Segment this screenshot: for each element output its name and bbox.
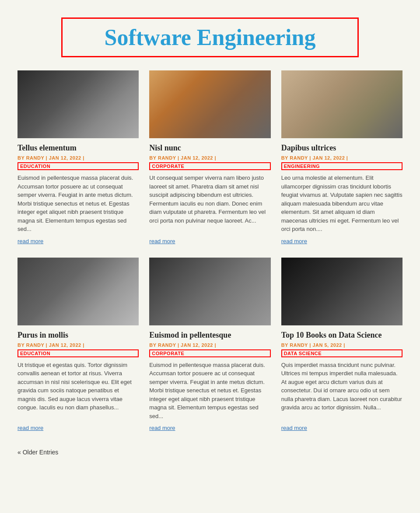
card-category-1[interactable]: EDUCATION — [18, 162, 139, 170]
card-excerpt-6: Quis imperdiet massa tincidunt nunc pulv… — [281, 361, 402, 412]
card-1: Tellus elementum BY RANDY | JAN 12, 2022… — [18, 70, 139, 244]
card-meta-5: BY RANDY | JAN 12, 2022 | — [149, 342, 270, 348]
card-meta-3: BY RANDY | JAN 12, 2022 | — [281, 155, 402, 161]
card-title-1: Tellus elementum — [18, 143, 139, 153]
card-category-3[interactable]: ENGINEERING — [281, 162, 402, 170]
card-title-6: Top 10 Books on Data Science — [281, 331, 402, 340]
read-more-link-5[interactable]: read more — [149, 425, 270, 431]
cards-grid: Tellus elementum BY RANDY | JAN 12, 2022… — [18, 70, 402, 431]
card-category-4[interactable]: EDUCATION — [18, 349, 139, 357]
card-3: Dapibus ultrices BY RANDY | JAN 12, 2022… — [281, 70, 402, 244]
page-title: Software Engineering — [71, 25, 349, 50]
card-image-2 — [149, 70, 270, 138]
card-image-5 — [149, 258, 270, 325]
card-4: Purus in mollis BY RANDY | JAN 12, 2022 … — [18, 258, 139, 432]
card-title-3: Dapibus ultrices — [281, 143, 402, 153]
pagination: « Older Entries — [18, 449, 402, 456]
card-image-6 — [281, 258, 402, 325]
read-more-link-1[interactable]: read more — [18, 238, 139, 244]
card-excerpt-3: Leo urna molestie at elementum. Elit ull… — [281, 174, 402, 234]
read-more-link-3[interactable]: read more — [281, 238, 402, 244]
header-wrapper: Software Engineering — [18, 17, 402, 57]
card-title-2: Nisl nunc — [149, 143, 270, 153]
card-excerpt-1: Euismod in pellentesque massa placerat d… — [18, 174, 139, 234]
header-container: Software Engineering — [61, 17, 359, 57]
card-category-5[interactable]: CORPORATE — [149, 349, 270, 357]
card-image-4 — [18, 258, 139, 325]
card-category-2[interactable]: CORPORATE — [149, 162, 270, 170]
card-excerpt-4: Ut tristique et egestas quis. Tortor dig… — [18, 361, 139, 412]
card-meta-6: BY RANDY | JAN 5, 2022 | — [281, 342, 402, 348]
card-excerpt-2: Ut consequat semper viverra nam libero j… — [149, 174, 270, 225]
read-more-link-4[interactable]: read more — [18, 425, 139, 431]
read-more-link-2[interactable]: read more — [149, 238, 270, 244]
card-5: Euismod in pellentesque BY RANDY | JAN 1… — [149, 258, 270, 432]
card-title-5: Euismod in pellentesque — [149, 331, 270, 340]
older-entries-link[interactable]: « Older Entries — [18, 449, 58, 456]
card-title-4: Purus in mollis — [18, 331, 139, 340]
read-more-link-6[interactable]: read more — [281, 425, 402, 431]
card-excerpt-5: Euismod in pellentesque massa placerat d… — [149, 361, 270, 421]
card-image-1 — [18, 70, 139, 138]
card-meta-4: BY RANDY | JAN 12, 2022 | — [18, 342, 139, 348]
card-6: Top 10 Books on Data Science BY RANDY | … — [281, 258, 402, 432]
card-meta-1: BY RANDY | JAN 12, 2022 | — [18, 155, 139, 161]
card-meta-2: BY RANDY | JAN 12, 2022 | — [149, 155, 270, 161]
card-2: Nisl nunc BY RANDY | JAN 12, 2022 | CORP… — [149, 70, 270, 244]
card-image-3 — [281, 70, 402, 138]
card-category-6[interactable]: DATA SCIENCE — [281, 349, 402, 357]
